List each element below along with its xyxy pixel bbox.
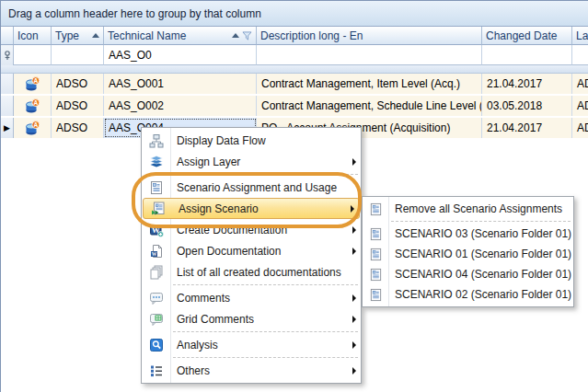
menu-item-label: Create Documentation xyxy=(170,224,348,236)
menu-item-label: Assign Scenario xyxy=(172,202,346,215)
filter-cell-description[interactable] xyxy=(257,45,482,65)
filter-pin-icon xyxy=(3,50,12,61)
menu-item-label: Others xyxy=(170,364,348,377)
svg-text:W: W xyxy=(151,251,156,257)
submenu-arrow-icon xyxy=(348,226,361,234)
grid-comment-icon xyxy=(142,312,170,327)
word-document-icon: W xyxy=(142,244,170,259)
menu-item-label: Remove all Scenario Assignments xyxy=(388,202,573,215)
submenu-item-scenario-04[interactable]: SCENARIO 04 (Scenario Folder 01) xyxy=(363,264,573,284)
column-label: Technical Name xyxy=(108,29,186,42)
cell-changed-date[interactable]: 21.04.2017 xyxy=(482,74,572,94)
menu-item-label: SCENARIO 01 (Scenario Folder 01) xyxy=(388,248,573,260)
column-label: Description long - En xyxy=(260,29,363,42)
column-label: Changed Date xyxy=(486,29,557,42)
filter-cell-last[interactable] xyxy=(572,45,588,65)
menu-item-assign-scenario[interactable]: Assign Scenario xyxy=(143,198,360,219)
cell-type[interactable]: ADSO xyxy=(52,74,104,94)
group-by-panel[interactable]: Drag a column header here to group by th… xyxy=(1,1,588,27)
submenu-arrow-icon xyxy=(348,248,361,255)
sort-ascending-icon xyxy=(92,33,99,38)
column-label: La xyxy=(576,29,588,42)
column-header-description[interactable]: Description long - En xyxy=(257,27,482,45)
cell-icon[interactable]: A xyxy=(14,74,52,94)
menu-item-label: Comments xyxy=(170,292,348,305)
sort-ascending-icon xyxy=(232,33,239,38)
column-header-row: Icon Type Technical Name Description lon… xyxy=(1,27,588,45)
row-indicator-current: ▶ xyxy=(1,118,14,138)
cell-icon[interactable]: A xyxy=(14,96,52,116)
list-icon xyxy=(142,363,170,378)
column-label: Type xyxy=(55,29,79,42)
menu-item-label: Analysis xyxy=(170,339,348,352)
menu-item-comments[interactable]: Comments xyxy=(142,287,361,308)
current-row-arrow-icon: ▶ xyxy=(4,124,10,133)
cell-description[interactable]: Contract Management, Item Level (Acq.) xyxy=(257,74,482,94)
submenu-arrow-icon xyxy=(348,158,361,166)
submenu-arrow-icon xyxy=(348,316,361,323)
cell-last[interactable]: AD xyxy=(572,74,588,94)
column-header-last[interactable]: La xyxy=(572,27,588,45)
submenu-arrow-icon xyxy=(346,205,359,213)
submenu-item-scenario-03[interactable]: SCENARIO 03 (Scenario Folder 01) xyxy=(363,224,573,244)
svg-text:A: A xyxy=(33,77,38,84)
column-header-icon[interactable]: Icon xyxy=(14,27,52,45)
menu-item-label: SCENARIO 04 (Scenario Folder 01) xyxy=(388,268,573,281)
filter-cell-icon[interactable] xyxy=(14,45,52,65)
submenu-item-remove-all-scenario-assignments[interactable]: Remove all Scenario Assignments xyxy=(363,199,573,219)
filter-value: AAS_O0 xyxy=(109,49,152,62)
column-label: Icon xyxy=(17,29,39,42)
cell-changed-date[interactable]: 03.05.2018 xyxy=(482,96,572,116)
cell-last[interactable]: AD xyxy=(572,118,588,138)
menu-item-open-documentation[interactable]: W Open Documentation xyxy=(142,240,361,261)
filter-cell-changed-date[interactable] xyxy=(482,45,572,65)
menu-item-grid-comments[interactable]: Grid Comments xyxy=(142,308,361,329)
menu-item-others[interactable]: Others xyxy=(142,360,361,381)
submenu-arrow-icon xyxy=(348,341,361,349)
menu-item-label: SCENARIO 02 (Scenario Folder 01) xyxy=(388,288,573,301)
word-create-icon: W xyxy=(142,223,170,237)
submenu-arrow-icon xyxy=(348,367,361,375)
menu-item-assign-layer[interactable]: Assign Layer xyxy=(142,151,361,172)
filter-funnel-icon[interactable] xyxy=(242,31,252,40)
cell-type[interactable]: ADSO xyxy=(52,118,104,138)
submenu-item-scenario-02[interactable]: SCENARIO 02 (Scenario Folder 01) xyxy=(363,284,573,305)
adso-object-icon: A xyxy=(24,98,40,114)
cell-technical-name[interactable]: AAS_O001 xyxy=(104,74,257,94)
scenario-document-icon xyxy=(363,227,388,241)
analysis-magnifier-icon xyxy=(142,338,170,352)
data-flow-icon xyxy=(142,133,170,148)
column-header-type[interactable]: Type xyxy=(52,27,104,45)
filter-cell-type[interactable] xyxy=(52,45,104,65)
cell-type[interactable]: ADSO xyxy=(52,96,104,116)
menu-item-create-documentation[interactable]: W Create Documentation xyxy=(142,219,361,240)
column-header-changed-date[interactable]: Changed Date xyxy=(482,27,572,45)
menu-item-label: Assign Layer xyxy=(170,156,348,168)
cell-technical-name[interactable]: AAS_O002 xyxy=(104,96,257,116)
cell-description[interactable]: Contract Management, Schedule Line Level… xyxy=(257,96,482,116)
cell-last[interactable]: AD xyxy=(572,96,588,116)
context-menu: Display Data Flow Assign Layer xyxy=(141,127,362,384)
table-row[interactable]: A ADSO AAS_O001 Contract Management, Ite… xyxy=(1,74,588,96)
menu-item-label: Grid Comments xyxy=(170,313,348,326)
submenu-arrow-icon xyxy=(348,294,361,302)
table-row[interactable]: A ADSO AAS_O002 Contract Management, Sch… xyxy=(1,96,588,118)
cell-icon[interactable]: A xyxy=(14,118,52,138)
filter-cell-technical-name[interactable]: AAS_O0 xyxy=(104,45,257,65)
column-header-technical-name[interactable]: Technical Name xyxy=(104,27,257,45)
data-grid-window: Drag a column header here to group by th… xyxy=(0,0,588,392)
adso-object-icon: A xyxy=(24,76,40,92)
menu-item-scenario-assignment-and-usage[interactable]: Scenario Assignment and Usage xyxy=(142,177,361,198)
menu-item-label: Display Data Flow xyxy=(170,134,361,147)
menu-item-analysis[interactable]: Analysis xyxy=(142,334,361,355)
cell-changed-date[interactable]: 21.04.2017 xyxy=(482,118,572,138)
scenario-document-icon xyxy=(363,202,388,216)
submenu-item-scenario-01[interactable]: SCENARIO 01 (Scenario Folder 01) xyxy=(363,244,573,264)
row-indicator xyxy=(1,96,14,116)
menu-item-display-data-flow[interactable]: Display Data Flow xyxy=(142,130,361,151)
menu-item-list-of-all-created-documentations[interactable]: List of all created documentations xyxy=(142,261,361,282)
menu-item-label: Scenario Assignment and Usage xyxy=(170,181,361,194)
menu-item-label: List of all created documentations xyxy=(170,266,361,279)
scenario-document-icon xyxy=(363,268,388,282)
filter-row-indicator xyxy=(1,45,14,65)
